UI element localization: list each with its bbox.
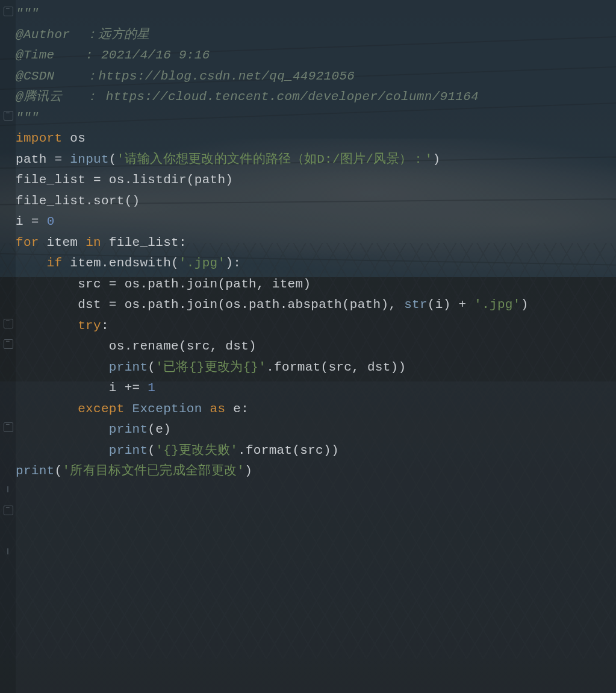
code-token: file_list.sort() bbox=[16, 194, 140, 208]
code-line[interactable]: i += 1 bbox=[16, 378, 616, 399]
code-token: ( bbox=[148, 360, 155, 374]
code-token: 0 bbox=[47, 215, 55, 228]
code-line[interactable]: @CSDN ：https://blog.csdn.net/qq_44921056 bbox=[16, 66, 616, 87]
code-line[interactable]: print('所有目标文件已完成全部更改') bbox=[16, 461, 616, 482]
code-token: i bbox=[16, 215, 31, 228]
code-line[interactable]: """ bbox=[16, 4, 616, 25]
code-line[interactable]: print('已将{}更改为{}'.format(src, dst)) bbox=[16, 357, 616, 378]
code-token: try bbox=[78, 319, 101, 333]
code-token: (i) bbox=[428, 298, 459, 312]
code-token: = bbox=[31, 215, 47, 228]
code-token: import bbox=[16, 131, 70, 145]
code-line[interactable]: src = os.path.join(path, item) bbox=[16, 274, 616, 295]
code-token: """ bbox=[16, 111, 39, 125]
code-token: '已将{}更改为{}' bbox=[155, 360, 266, 374]
code-token: = bbox=[109, 277, 125, 291]
code-line[interactable]: if item.endswith('.jpg'): bbox=[16, 253, 616, 274]
code-token: ( bbox=[148, 444, 155, 457]
code-token: ): bbox=[225, 256, 241, 270]
code-token: print bbox=[109, 422, 148, 436]
code-line[interactable]: i = 0 bbox=[16, 212, 616, 233]
code-line[interactable]: print(e) bbox=[16, 419, 616, 441]
code-token: = bbox=[109, 298, 125, 312]
code-token: @腾讯云 ： https://cloud.tencent.com/develop… bbox=[16, 90, 479, 104]
code-token: .format(src)) bbox=[238, 444, 339, 457]
code-token: src bbox=[78, 277, 109, 291]
code-token: as bbox=[210, 402, 234, 416]
code-line[interactable]: try: bbox=[16, 316, 616, 337]
code-token: item.endswith( bbox=[70, 256, 179, 270]
fold-toggle-icon[interactable] bbox=[4, 7, 13, 16]
code-editor[interactable]: """@Author ：远方的星@Time : 2021/4/16 9:16@C… bbox=[16, 0, 616, 693]
code-token: os bbox=[70, 131, 86, 145]
code-token: file_list: bbox=[109, 236, 187, 249]
code-line[interactable]: path = input('请输入你想更改的文件的路径（如D:/图片/风景）：'… bbox=[16, 149, 616, 171]
code-token: str bbox=[404, 298, 428, 312]
code-line[interactable]: @Author ：远方的星 bbox=[16, 25, 616, 46]
code-token: = bbox=[93, 173, 109, 187]
code-token: '所有目标文件已完成全部更改' bbox=[62, 464, 244, 478]
code-token: '{}更改失败' bbox=[155, 444, 238, 457]
code-line[interactable]: """ bbox=[16, 108, 616, 129]
code-token: 1 bbox=[148, 381, 155, 395]
code-token: '.jpg' bbox=[474, 298, 520, 312]
gutter-mark-icon bbox=[7, 486, 8, 492]
code-token: e: bbox=[233, 402, 249, 416]
code-line[interactable]: for item in file_list: bbox=[16, 233, 616, 254]
code-line[interactable]: except Exception as e: bbox=[16, 399, 616, 420]
code-token: in bbox=[86, 236, 109, 249]
code-token: print bbox=[109, 360, 148, 374]
fold-toggle-icon[interactable] bbox=[4, 319, 13, 328]
gutter-mark-icon bbox=[7, 548, 8, 554]
code-token: ( bbox=[55, 464, 63, 478]
code-line[interactable]: import os bbox=[16, 128, 616, 149]
code-token: @Author ：远方的星 bbox=[16, 28, 150, 42]
code-token: os.rename(src, dst) bbox=[109, 339, 257, 353]
code-token: = bbox=[55, 152, 70, 166]
code-token: os.path.join(os.path.abspath(path), bbox=[125, 298, 404, 312]
code-line[interactable]: file_list.sort() bbox=[16, 191, 616, 212]
fold-toggle-icon[interactable] bbox=[4, 506, 13, 515]
code-token: i bbox=[109, 381, 125, 395]
code-token: os.path.join(path, item) bbox=[125, 277, 311, 291]
code-token: input bbox=[70, 152, 109, 166]
code-token: if bbox=[47, 256, 70, 270]
code-line[interactable]: @腾讯云 ： https://cloud.tencent.com/develop… bbox=[16, 87, 616, 108]
code-line[interactable]: print('{}更改失败'.format(src)) bbox=[16, 441, 616, 462]
fold-toggle-icon[interactable] bbox=[4, 422, 13, 432]
code-line[interactable]: @Time : 2021/4/16 9:16 bbox=[16, 45, 616, 66]
code-token: @Time : 2021/4/16 9:16 bbox=[16, 48, 210, 62]
code-token: except bbox=[78, 402, 132, 416]
code-token: os.listdir(path) bbox=[109, 173, 233, 187]
code-token: += bbox=[125, 381, 148, 395]
code-token: path bbox=[16, 152, 55, 166]
code-token: (e) bbox=[148, 422, 171, 436]
code-token: + bbox=[458, 298, 474, 312]
code-token: '请输入你想更改的文件的路径（如D:/图片/风景）：' bbox=[117, 152, 433, 166]
fold-toggle-icon[interactable] bbox=[4, 339, 13, 349]
code-token: for bbox=[16, 236, 47, 249]
code-line[interactable]: dst = os.path.join(os.path.abspath(path)… bbox=[16, 295, 616, 316]
code-line[interactable]: os.rename(src, dst) bbox=[16, 336, 616, 357]
code-token: ( bbox=[109, 152, 117, 166]
code-token: """ bbox=[16, 7, 39, 20]
code-token: : bbox=[101, 319, 109, 333]
code-token: '.jpg' bbox=[179, 256, 225, 270]
code-token: ) bbox=[244, 464, 252, 478]
code-token: dst bbox=[78, 298, 109, 312]
code-line[interactable]: file_list = os.listdir(path) bbox=[16, 170, 616, 191]
code-token: item bbox=[47, 236, 86, 249]
code-token: ) bbox=[432, 152, 440, 166]
code-token: file_list bbox=[16, 173, 93, 187]
code-token: ) bbox=[521, 298, 529, 312]
code-token: Exception bbox=[132, 402, 210, 416]
code-token: print bbox=[16, 464, 55, 478]
code-token: @CSDN ：https://blog.csdn.net/qq_44921056 bbox=[16, 69, 355, 83]
code-token: print bbox=[109, 444, 148, 457]
fold-toggle-icon[interactable] bbox=[4, 111, 13, 121]
code-token: .format(src, dst)) bbox=[266, 360, 406, 374]
